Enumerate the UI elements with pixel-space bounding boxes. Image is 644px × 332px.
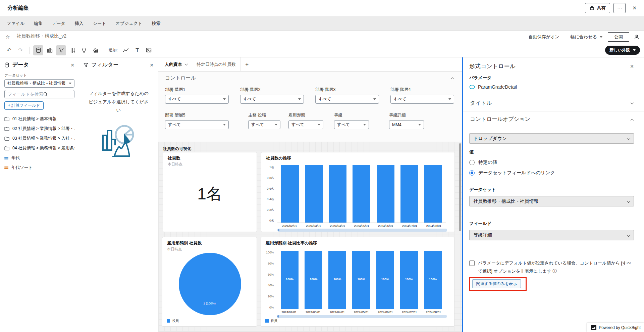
tab-jinteki-shihon[interactable]: 人的資本 <box>160 57 192 71</box>
bar[interactable]: 100% <box>376 251 394 309</box>
canvas-vertical-scrollbar[interactable] <box>459 143 461 231</box>
parameter-icon <box>469 85 475 89</box>
control-dropdown[interactable]: MM4 <box>389 120 424 129</box>
share-button[interactable]: 共有 <box>585 3 610 13</box>
bar-chart-headcount-trend[interactable]: 社員数の推移 1名 0.8名 0.6名 0.4名 0.2名 0名 <box>261 152 455 232</box>
bar[interactable]: 100% <box>352 251 370 309</box>
bar[interactable]: 100% <box>281 251 299 309</box>
insights-button[interactable] <box>79 45 89 55</box>
user-icon[interactable] <box>634 34 639 40</box>
more-menu-button[interactable]: ⋯ <box>613 3 626 13</box>
control-dropdown[interactable]: すべて <box>248 120 280 129</box>
control-dropdown[interactable]: すべて <box>165 120 229 129</box>
bar[interactable] <box>281 165 299 223</box>
undo-button[interactable]: ↶ <box>4 45 14 55</box>
bar[interactable]: 100% <box>424 251 442 309</box>
control-style-select[interactable]: ドロップダウン <box>469 133 634 144</box>
caret-down-icon <box>448 98 451 100</box>
add-sheet-button[interactable]: + <box>240 57 253 71</box>
bar[interactable] <box>424 165 442 223</box>
bar[interactable] <box>305 165 323 223</box>
field-search-input[interactable]: フィールドを検索 <box>4 90 74 98</box>
menu-file[interactable]: ファイル <box>7 20 24 27</box>
dataset-select[interactable]: 社員数推移・構成比 - 社員情報 <box>469 196 634 206</box>
stacked-bar-ratio-trend[interactable]: 雇用形態別 社員比率の推移 100% 80% 60% 40% 20% 0% 10… <box>261 237 454 327</box>
bar[interactable]: 100% <box>328 251 346 309</box>
add-text-button[interactable]: T <box>132 45 142 55</box>
control-options-section-header[interactable]: コントロールオプション <box>469 111 634 127</box>
bar[interactable]: 100% <box>305 251 322 309</box>
data-panel-button[interactable] <box>33 45 43 55</box>
parameter-name: ParamGradeDetail <box>478 84 517 90</box>
pencil-chart-icon <box>93 47 98 53</box>
control-dropdown[interactable]: すべて <box>165 95 229 104</box>
add-image-button[interactable] <box>144 45 154 55</box>
bar[interactable] <box>353 165 370 223</box>
menu-data[interactable]: データ <box>52 20 65 27</box>
control-dropdown[interactable]: すべて <box>334 120 369 129</box>
kpi-visual-headcount[interactable]: 社員数 本日時点 1名 <box>163 152 257 232</box>
chart-horizontal-scrollbar[interactable] <box>277 315 447 318</box>
field-item-nendai-sort[interactable]: 年代ソート <box>4 163 74 173</box>
bar[interactable] <box>329 165 346 223</box>
control-dropdown[interactable]: すべて <box>315 95 379 104</box>
checkbox-unchecked[interactable] <box>469 260 475 266</box>
redo-button[interactable]: ↷ <box>15 45 25 55</box>
parameters-button[interactable] <box>67 45 77 55</box>
control-dropdown[interactable]: すべて <box>240 95 304 104</box>
annotation-highlight-box: 関連する値のみを表示 <box>469 277 527 291</box>
info-icon[interactable]: ⓘ <box>552 269 557 274</box>
tab-specific-date-headcount[interactable]: 特定日時点の社員数 <box>192 57 240 71</box>
filter-panel-button[interactable] <box>56 45 66 55</box>
field-folder[interactable]: 02 社員情報 > 業務情報 > 部署・... <box>4 124 74 134</box>
parameter-chip[interactable]: ParamGradeDetail <box>469 84 634 90</box>
lightbulb-icon <box>81 47 87 53</box>
y-tick: 100% <box>266 251 274 254</box>
bar[interactable] <box>400 165 418 223</box>
pie-slice[interactable] <box>179 253 241 315</box>
add-visual-button[interactable] <box>121 45 131 55</box>
bar-data-label: 100% <box>376 278 394 281</box>
favorite-star-icon[interactable]: ☆ <box>5 34 10 40</box>
menu-insert[interactable]: 挿入 <box>75 20 84 27</box>
radio-specific-value[interactable]: 特定の値 <box>469 159 634 165</box>
visuals-button[interactable] <box>45 45 55 55</box>
publish-button[interactable]: 公開 <box>608 32 629 42</box>
field-select[interactable]: 等級詳細 <box>469 230 634 240</box>
visualize-button[interactable] <box>90 45 100 55</box>
close-icon[interactable]: ✕ <box>70 62 74 68</box>
data-panel: データ ✕ データセット 社員数推移・構成比 - 社員情報 フィールドを検索 +… <box>0 57 79 332</box>
field-folder[interactable]: 04 社員情報 > 業務情報 > 雇用条件 <box>4 143 74 153</box>
close-icon[interactable]: ✕ <box>630 64 634 69</box>
chart-horizontal-scrollbar[interactable] <box>277 229 447 232</box>
fit-width-dropdown[interactable]: 幅に合わせる <box>571 34 602 40</box>
field-item-nendai[interactable]: 年代 <box>4 153 74 163</box>
control-dropdown[interactable]: すべて <box>390 95 454 104</box>
close-editor-button[interactable]: ✕ <box>632 5 637 11</box>
control-dropdown[interactable]: すべて <box>288 120 323 129</box>
x-tick: 2024/07/01 <box>397 311 422 314</box>
close-icon[interactable]: ✕ <box>150 62 154 68</box>
sliders-icon <box>70 47 75 53</box>
dataset-select[interactable]: 社員数推移・構成比 - 社員情報 <box>4 79 74 88</box>
collapse-controls-icon[interactable] <box>451 77 454 81</box>
bar[interactable]: 100% <box>400 251 418 309</box>
menu-sheet[interactable]: シート <box>93 20 106 27</box>
pie-chart-by-employment-type[interactable]: 雇用形態別 社員数 本日時点 1 (100%) 役員 <box>162 237 257 327</box>
menu-edit[interactable]: 編集 <box>34 20 43 27</box>
search-placeholder: フィールドを検索 <box>8 91 43 97</box>
field-folder[interactable]: 03 社員情報 > 業務情報 > 入社・... <box>4 134 74 143</box>
analysis-name-input[interactable]: 社員数推移・構成比_v2 <box>15 33 149 41</box>
radio-link-to-dataset-field[interactable]: データセットフィールドへのリンク <box>469 170 634 176</box>
menu-search[interactable]: 検索 <box>152 20 160 27</box>
dimension-field-icon <box>4 157 8 159</box>
x-tick: 2024/02/01 <box>277 311 301 314</box>
field-folder[interactable]: 01 社員情報 > 基本情報 <box>4 114 74 124</box>
menu-object[interactable]: オブジェクト <box>115 20 142 27</box>
bar[interactable] <box>377 165 394 223</box>
hide-select-all-option-row: パラメータにデフォルト値が設定されている場合、コントロール値から [すべて選択]… <box>469 259 634 275</box>
title-section-header[interactable]: タイトル <box>469 95 634 111</box>
new-look-toggle[interactable]: 新しい外観 <box>605 46 640 55</box>
show-relevant-values-button[interactable]: 関連する値のみを表示 <box>472 279 521 288</box>
add-calculated-field-button[interactable]: + 計算フィールド <box>4 101 44 110</box>
